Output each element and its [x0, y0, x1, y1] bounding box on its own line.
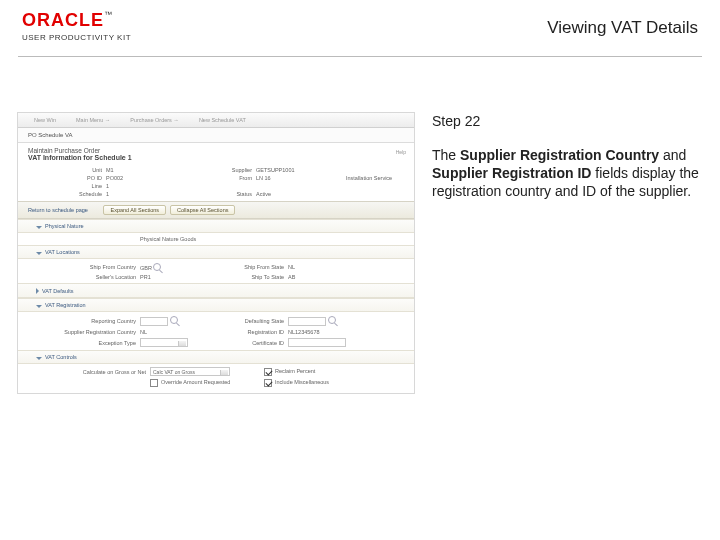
label: Certificate ID — [216, 340, 288, 346]
text: and — [659, 147, 686, 163]
body: New Win Main Menu → Purchase Orders → Ne… — [18, 57, 702, 517]
value: AB — [288, 274, 295, 280]
lookup-icon — [328, 316, 336, 324]
chevron-down-icon — [36, 357, 42, 360]
header-form: Unit M1 Supplier GETSUPP1001 PO ID PO002… — [18, 165, 414, 201]
label: Registration ID — [216, 329, 288, 335]
section-label: VAT Registration — [45, 302, 86, 308]
oracle-logo-text: ORACLE — [22, 10, 104, 30]
label: Line — [40, 183, 106, 189]
page-subtitle: Maintain Purchase Order — [18, 143, 414, 154]
label: Supplier Registration Country — [50, 329, 140, 335]
value: 1 — [106, 191, 196, 197]
right-column: Step 22 The Supplier Registration Countr… — [414, 57, 700, 517]
section-vat-defaults: VAT Defaults — [18, 283, 414, 298]
label: Ship From Country — [50, 264, 140, 270]
label: Reporting Country — [50, 318, 140, 324]
label: From — [196, 175, 256, 181]
exception-type-select — [140, 338, 188, 347]
window-title: PO Schedule VA — [18, 128, 414, 143]
label: Exception Type — [50, 340, 140, 346]
help-link: Help — [396, 149, 406, 155]
checkbox-icon — [264, 368, 272, 376]
tab-item: Purchase Orders → — [120, 113, 189, 127]
value: NL — [288, 264, 295, 270]
chevron-down-icon — [36, 226, 42, 229]
section-vat-registration: VAT Registration — [18, 298, 414, 312]
label: Ship To State — [216, 274, 288, 280]
reporting-country-input — [140, 317, 168, 326]
left-column: New Win Main Menu → Purchase Orders → Ne… — [18, 57, 414, 517]
value: M1 — [106, 167, 196, 173]
value: Physical Nature Goods — [140, 236, 400, 242]
text: The — [432, 147, 460, 163]
step-explanation: The Supplier Registration Country and Su… — [432, 147, 700, 201]
label: Unit — [40, 167, 106, 173]
physical-nature-fields: Physical Nature Goods — [18, 233, 414, 245]
value: GETSUPP1001 — [256, 167, 346, 173]
expand-all-button: Expand All Sections — [103, 205, 166, 215]
label: Schedule — [40, 191, 106, 197]
return-link: Return to schedule page — [28, 207, 88, 213]
lookup-icon — [153, 263, 161, 271]
section-vat-locations: VAT Locations — [18, 245, 414, 259]
certificate-id-input — [288, 338, 346, 347]
value: LN 16 — [256, 175, 346, 181]
bold-term: Supplier Registration ID — [432, 165, 591, 181]
embedded-screenshot: New Win Main Menu → Purchase Orders → Ne… — [18, 113, 414, 393]
calc-gross-net-select: Calc VAT on Gross — [150, 367, 230, 376]
bold-term: Supplier Registration Country — [460, 147, 659, 163]
value: GBR — [140, 265, 152, 271]
supplier-reg-id-value: NL12345678 — [288, 329, 320, 335]
tab-item: New Schedule VAT — [189, 113, 256, 127]
brand-block: ORACLE™ USER PRODUCTIVITY KIT — [22, 10, 131, 42]
select-value: Calc VAT on Gross — [153, 369, 195, 375]
value: Installation Service — [346, 175, 400, 181]
oracle-logo: ORACLE™ — [22, 10, 131, 31]
defaulting-state-input — [288, 317, 326, 326]
label: Ship From State — [216, 264, 288, 270]
section-label: VAT Controls — [45, 354, 77, 360]
label: Include Miscellaneous — [275, 380, 329, 386]
label: Calculate on Gross or Net — [50, 369, 150, 375]
vat-controls-fields: Calculate on Gross or Net Calc VAT on Gr… — [18, 364, 414, 390]
step-label: Step 22 — [432, 113, 700, 129]
page-title: Viewing VAT Details — [547, 18, 698, 38]
tab-item: New Win — [24, 113, 66, 127]
chevron-down-icon — [36, 305, 42, 308]
value: 1 — [106, 183, 196, 189]
label: Status — [196, 191, 256, 197]
section-vat-controls: VAT Controls — [18, 350, 414, 364]
collapse-all-button: Collapse All Sections — [170, 205, 235, 215]
checkbox-icon — [264, 379, 272, 387]
value: PR1 — [140, 274, 151, 280]
chevron-right-icon — [36, 288, 39, 294]
label: Reclaim Percent — [275, 368, 315, 374]
chevron-down-icon — [36, 252, 42, 255]
lookup-icon — [170, 316, 178, 324]
tab-item: Main Menu → — [66, 113, 120, 127]
brand-subtitle: USER PRODUCTIVITY KIT — [22, 33, 131, 42]
label: Defaulting State — [216, 318, 288, 324]
section-physical-nature: Physical Nature — [18, 219, 414, 233]
nav-tabs: New Win Main Menu → Purchase Orders → Ne… — [18, 113, 414, 128]
label: Seller's Location — [50, 274, 140, 280]
section-label: Physical Nature — [45, 223, 84, 229]
section-label: VAT Defaults — [42, 288, 74, 294]
checkbox-icon — [150, 379, 158, 387]
action-bar: Return to schedule page Expand All Secti… — [18, 201, 414, 219]
section-heading: VAT Information for Schedule 1 — [18, 154, 414, 165]
trademark-icon: ™ — [104, 10, 112, 19]
vat-registration-fields: Reporting Country Defaulting State Suppl… — [18, 312, 414, 350]
label: Override Amount Requested — [161, 380, 230, 386]
value: PO002 — [106, 175, 196, 181]
label: Supplier — [196, 167, 256, 173]
supplier-reg-country-value: NL — [140, 329, 147, 335]
header: ORACLE™ USER PRODUCTIVITY KIT Viewing VA… — [18, 0, 702, 57]
section-label: VAT Locations — [45, 249, 80, 255]
vat-locations-fields: Ship From Country GBR Ship From State NL… — [18, 259, 414, 283]
value: Active — [256, 191, 346, 197]
label: PO ID — [40, 175, 106, 181]
